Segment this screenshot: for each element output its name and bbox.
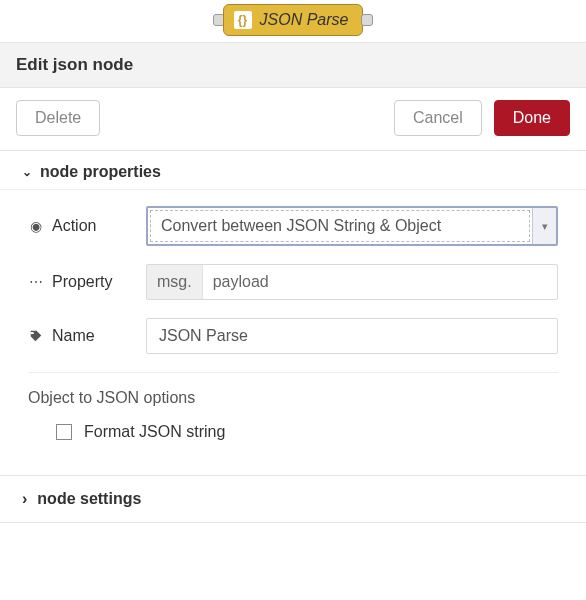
panel-title: Edit json node [0, 43, 586, 88]
chevron-right-icon: › [22, 490, 27, 508]
format-json-label: Format JSON string [84, 423, 225, 441]
output-port[interactable] [361, 14, 373, 26]
name-input[interactable]: JSON Parse [146, 318, 558, 354]
cancel-button[interactable]: Cancel [394, 100, 482, 136]
property-value: payload [203, 265, 557, 299]
tag-icon [28, 329, 44, 343]
chevron-down-icon: ⌄ [22, 165, 32, 179]
node-settings-toggle[interactable]: › node settings [0, 475, 586, 523]
json-icon: {} [234, 11, 252, 29]
property-input[interactable]: msg. payload [146, 264, 558, 300]
node-chip-label: JSON Parse [260, 11, 349, 29]
action-icon: ◉ [28, 218, 44, 234]
node-properties-toggle[interactable]: ⌄ node properties [0, 151, 586, 190]
action-select[interactable]: Convert between JSON String & Object ▾ [146, 206, 558, 246]
property-prefix: msg. [147, 265, 203, 299]
property-icon: ⋯ [28, 274, 44, 290]
name-label: Name [52, 327, 95, 345]
options-heading: Object to JSON options [28, 389, 558, 407]
format-json-checkbox[interactable] [56, 424, 72, 440]
svg-point-0 [32, 332, 34, 334]
action-select-value: Convert between JSON String & Object [150, 210, 530, 242]
action-label: Action [52, 217, 96, 235]
node-chip[interactable]: {} JSON Parse [213, 4, 374, 36]
node-properties-label: node properties [40, 163, 161, 181]
chevron-down-icon: ▾ [532, 208, 556, 244]
properties-form: ◉ Action Convert between JSON String & O… [0, 190, 586, 475]
node-settings-label: node settings [37, 490, 141, 508]
done-button[interactable]: Done [494, 100, 570, 136]
divider [28, 372, 558, 373]
delete-button[interactable]: Delete [16, 100, 100, 136]
property-label: Property [52, 273, 112, 291]
node-chip-area: {} JSON Parse [0, 0, 586, 42]
